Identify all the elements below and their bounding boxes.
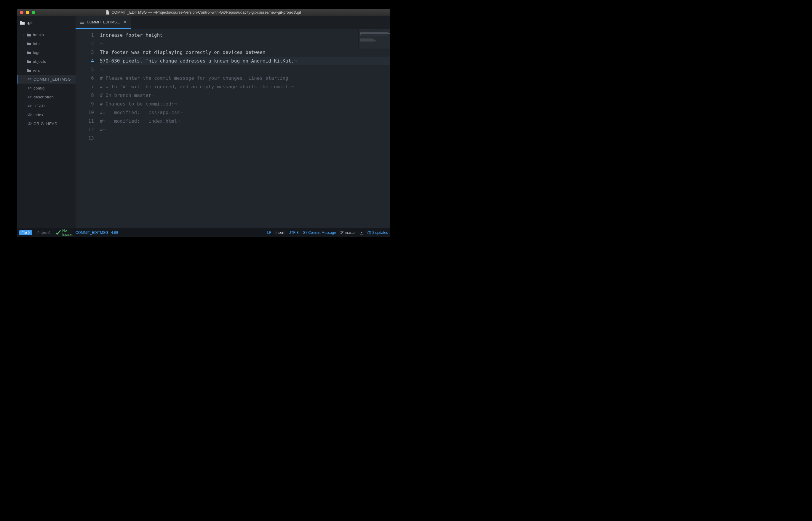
tree-label: refs [33, 68, 40, 73]
tree-folder[interactable]: ›hooks [17, 30, 75, 39]
window-title: COMMIT_EDITMSG — ~/Projects/course-Versi… [17, 10, 390, 15]
code-line[interactable]: ¬ [100, 65, 390, 74]
editor-area: COMMIT_EDITMS… ✕ 12345678910111213 incre… [75, 16, 390, 228]
tree-label: HEAD [33, 104, 45, 108]
titlebar[interactable]: COMMIT_EDITMSG — ~/Projects/course-Versi… [17, 9, 390, 16]
tab-label: COMMIT_EDITMS… [87, 20, 120, 24]
tree-label: objects [33, 59, 46, 64]
tree-label: COMMIT_EDITMSG [33, 77, 71, 82]
tree-label: config [33, 86, 45, 90]
tree-label: info [33, 42, 40, 46]
file-lines-icon [80, 20, 84, 24]
tab-commit-editmsg[interactable]: COMMIT_EDITMS… ✕ [75, 16, 131, 29]
tree-folder[interactable]: ›refs [17, 66, 75, 75]
status-path[interactable]: COMMIT_EDITMSG [75, 231, 108, 235]
folder-icon [27, 42, 31, 45]
chevron-right-icon: › [23, 60, 25, 63]
tree-folder[interactable]: ›logs [17, 48, 75, 57]
chevron-right-icon: › [23, 42, 25, 45]
svg-rect-7 [80, 22, 84, 23]
tree-label: description [33, 95, 54, 99]
status-project-scope[interactable]: Project 0 [35, 230, 52, 235]
status-bar: File 0 Project 0 No Issues COMMIT_EDITMS… [17, 228, 390, 237]
app-window: COMMIT_EDITMSG — ~/Projects/course-Versi… [17, 9, 390, 237]
tree-file[interactable]: index [17, 110, 75, 119]
minimap[interactable] [358, 29, 390, 49]
editor[interactable]: 12345678910111213 increase footer height… [75, 29, 390, 228]
code-line[interactable]: # Changes to be committed:¬ [100, 99, 390, 108]
code-line[interactable]: #¬ [100, 126, 390, 134]
folder-icon [27, 68, 31, 72]
status-encoding[interactable]: UTF-8 [288, 231, 299, 235]
status-file-scope[interactable]: File 0 [19, 230, 32, 235]
hidden-file-icon [27, 95, 32, 99]
code-line[interactable]: # Please enter the commit message for yo… [100, 74, 390, 83]
tree-label: hooks [33, 32, 44, 37]
svg-point-9 [341, 231, 341, 232]
chevron-right-icon: › [23, 33, 25, 37]
hidden-file-icon [27, 86, 32, 90]
code-line[interactable]: increase footer height¬ [100, 31, 390, 40]
hidden-file-icon [27, 122, 32, 126]
status-mode[interactable]: Insert [276, 231, 284, 235]
code-line[interactable] [100, 134, 390, 142]
hidden-file-icon [27, 77, 32, 81]
folder-icon [20, 20, 25, 25]
code-line[interactable]: ¬ [100, 40, 390, 48]
package-icon [368, 231, 371, 234]
status-updates[interactable]: 2 updates [368, 231, 388, 235]
status-eol[interactable]: LF [267, 231, 272, 235]
code-line[interactable]: # On branch master¬ [100, 91, 390, 99]
check-icon [55, 230, 61, 235]
hidden-file-icon [27, 113, 32, 116]
code-area[interactable]: increase footer height¬¬The footer was n… [100, 29, 390, 228]
tree-file[interactable]: HEAD [17, 101, 75, 110]
tree-file[interactable]: config [17, 84, 75, 92]
code-line[interactable]: The footer was not displaying correctly … [100, 48, 390, 56]
project-root[interactable]: .git [17, 16, 75, 29]
status-cursor-position[interactable]: 4:69 [111, 231, 118, 235]
code-line[interactable]: #» modified: css/app.css¬ [100, 108, 390, 117]
chevron-right-icon: › [23, 51, 25, 54]
tree-file[interactable]: ORIG_HEAD [17, 119, 75, 128]
tab-bar: COMMIT_EDITMS… ✕ [75, 16, 390, 29]
hidden-file-icon [27, 104, 32, 108]
folder-icon [27, 33, 31, 37]
close-tab-icon[interactable]: ✕ [123, 20, 126, 24]
window-title-text: COMMIT_EDITMSG — ~/Projects/course-Versi… [111, 10, 301, 15]
git-branch-icon [340, 231, 344, 234]
project-root-label: .git [27, 20, 32, 25]
tree-label: ORIG_HEAD [33, 121, 57, 126]
status-issues[interactable]: No Issues [55, 228, 72, 237]
svg-point-10 [342, 231, 343, 232]
folder-icon [27, 60, 31, 63]
code-line[interactable]: # with '#' will be ignored, and an empty… [100, 83, 390, 91]
tree-file[interactable]: COMMIT_EDITMSG [17, 75, 75, 84]
sidebar: .git ›hooks›info›logs›objects›refsCOMMIT… [17, 16, 75, 228]
line-gutter: 12345678910111213 [75, 29, 100, 228]
status-branch[interactable]: master [340, 231, 356, 235]
svg-point-11 [341, 233, 341, 234]
code-line[interactable]: #» modified: index.html¬ [100, 117, 390, 126]
pencil-box-icon[interactable] [360, 231, 363, 234]
file-icon [106, 10, 110, 15]
svg-rect-8 [80, 23, 84, 24]
tree-file[interactable]: description [17, 92, 75, 101]
tree-label: logs [33, 50, 41, 55]
code-line[interactable]: 570-630 pixels. This change addresses a … [100, 56, 390, 65]
status-grammar[interactable]: Git Commit Message [303, 231, 336, 235]
chevron-right-icon: › [23, 69, 25, 72]
tree-folder[interactable]: ›objects [17, 57, 75, 66]
tree-label: index [33, 113, 44, 117]
tree-folder[interactable]: ›info [17, 39, 75, 48]
svg-rect-6 [80, 21, 84, 21]
file-tree: ›hooks›info›logs›objects›refsCOMMIT_EDIT… [17, 29, 75, 128]
folder-icon [27, 51, 31, 54]
